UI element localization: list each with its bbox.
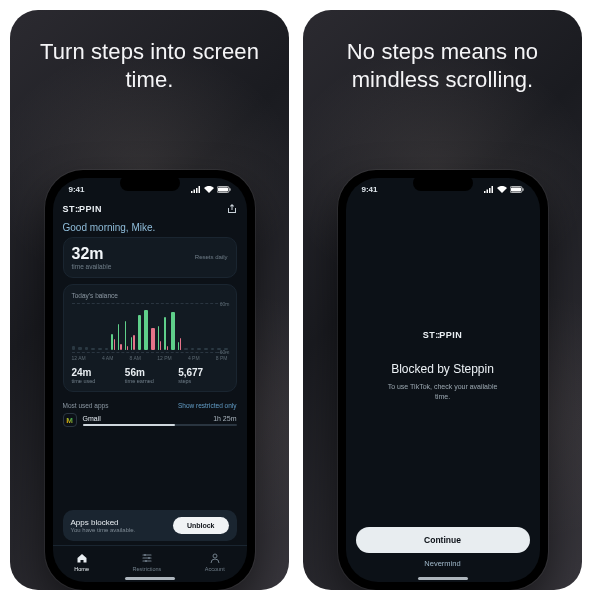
time-available-label: time available — [72, 263, 112, 270]
dynamic-island — [120, 175, 180, 191]
banner-sub: You have time available. — [71, 527, 136, 533]
chart-ylabel-bot: -60m — [218, 349, 229, 355]
chart-xlabels: 12 AM 4 AM 8 AM 12 PM 4 PM 8 PM — [72, 355, 228, 361]
brand-wordmark: ST::PPIN — [63, 204, 103, 214]
list-item[interactable]: M Gmail 1h 25m — [63, 413, 237, 427]
chart-ylabel-top: 60m — [220, 301, 230, 307]
wifi-icon — [497, 186, 507, 193]
blocked-title: Blocked by Steppin — [391, 362, 494, 376]
banner-title: Apps blocked — [71, 518, 136, 527]
screen-dashboard: 9:41 ST::PPIN Good morning, Mike. 32m ti… — [53, 178, 247, 582]
tab-bar: Home Restrictions Account — [53, 545, 247, 574]
home-icon — [76, 552, 88, 564]
metric-time-earned: 56m time earned — [125, 367, 174, 384]
greeting-text: Good morning, Mike. — [63, 222, 237, 233]
balance-card: Today's balance 60m -60m — [63, 284, 237, 392]
promo-slide-right: No steps means no mindless scrolling. 9:… — [303, 10, 582, 590]
status-icons — [191, 186, 231, 193]
blocked-content: ST::PPIN Blocked by Steppin To use TikTo… — [356, 204, 530, 527]
slide-headline: Turn steps into screen time. — [31, 38, 268, 93]
tab-home[interactable]: Home — [74, 552, 89, 572]
gmail-icon: M — [63, 413, 77, 427]
resets-label: Resets daily — [195, 254, 228, 260]
svg-rect-2 — [229, 188, 230, 191]
person-icon — [209, 552, 221, 564]
app-name: Gmail — [83, 415, 101, 422]
slide-headline: No steps means no mindless scrolling. — [324, 38, 561, 93]
svg-point-5 — [145, 560, 147, 562]
wifi-icon — [204, 186, 214, 193]
home-indicator[interactable] — [125, 577, 175, 580]
brand-wordmark: ST::PPIN — [423, 330, 463, 340]
svg-point-4 — [148, 557, 150, 559]
unblock-button[interactable]: Unblock — [173, 517, 229, 534]
tab-restrictions[interactable]: Restrictions — [133, 552, 162, 572]
balance-title: Today's balance — [72, 292, 228, 299]
status-time: 9:41 — [362, 185, 378, 194]
tab-account[interactable]: Account — [205, 552, 225, 572]
blocked-banner: Apps blocked You have time available. Un… — [63, 510, 237, 541]
metric-steps: 5,677 steps — [178, 367, 227, 384]
dynamic-island — [413, 175, 473, 191]
app-header: ST::PPIN — [63, 204, 237, 214]
svg-rect-1 — [218, 188, 228, 192]
signal-icon — [191, 186, 201, 193]
metric-time-used: 24m time used — [72, 367, 121, 384]
time-available-card[interactable]: 32m time available Resets daily — [63, 237, 237, 278]
status-time: 9:41 — [69, 185, 85, 194]
sliders-icon — [141, 552, 153, 564]
svg-point-3 — [144, 554, 146, 556]
continue-button[interactable]: Continue — [356, 527, 530, 553]
blocked-sub: To use TikTok, check your available time… — [382, 382, 504, 400]
show-restricted-link[interactable]: Show restricted only — [178, 402, 237, 409]
nevermind-link[interactable]: Nevermind — [356, 559, 530, 568]
phone-mockup-right: 9:41 ST::PPIN Blocked by Steppin To use … — [338, 170, 548, 590]
app-usage-bar — [83, 424, 237, 426]
screen-blocked: 9:41 ST::PPIN Blocked by Steppin To use … — [346, 178, 540, 582]
svg-rect-9 — [522, 188, 523, 191]
app-time: 1h 25m — [213, 415, 236, 422]
status-icons — [484, 186, 524, 193]
phone-mockup-left: 9:41 ST::PPIN Good morning, Mike. 32m ti… — [45, 170, 255, 590]
share-icon[interactable] — [227, 204, 237, 214]
svg-rect-8 — [511, 188, 521, 192]
time-available-value: 32m — [72, 245, 112, 263]
svg-point-6 — [213, 554, 217, 558]
balance-chart: 60m -60m — [72, 303, 228, 353]
signal-icon — [484, 186, 494, 193]
home-indicator[interactable] — [418, 577, 468, 580]
battery-icon — [510, 186, 524, 193]
promo-slide-left: Turn steps into screen time. 9:41 ST::PP… — [10, 10, 289, 590]
most-used-title: Most used apps — [63, 402, 109, 409]
battery-icon — [217, 186, 231, 193]
